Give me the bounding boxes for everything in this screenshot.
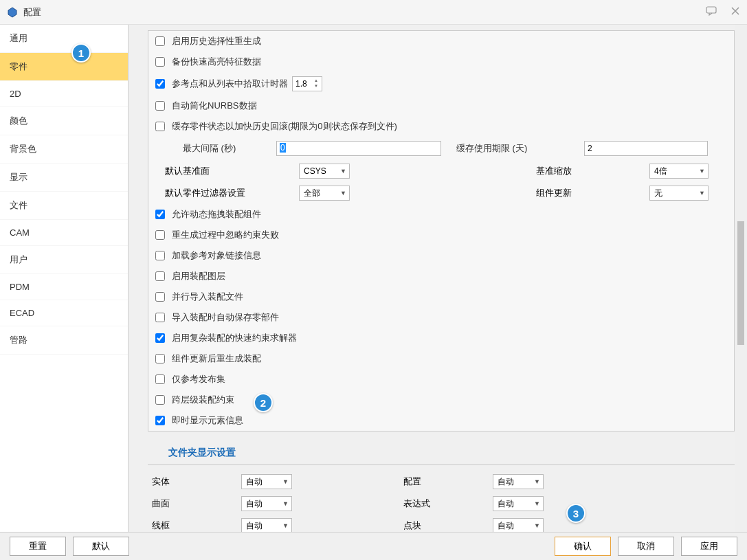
annotation-1: 1 [71,43,91,63]
close-icon[interactable] [731,6,740,18]
sidebar-item-color[interactable]: 颜色 [0,107,128,135]
config-select[interactable]: 自动▼ [493,474,544,489]
cache-state-checkbox[interactable] [155,122,165,131]
sidebar-item-pdm[interactable]: PDM [0,274,128,300]
default-datum-select[interactable]: CSYS▼ [299,164,350,179]
option-label: 跨层级装配约束 [172,394,234,406]
history-regen-checkbox[interactable] [155,36,165,46]
sidebar-item-ecad[interactable]: ECAD [0,300,128,326]
sidebar-item-label: 颜色 [10,115,27,126]
config-label: 配置 [403,475,493,488]
pick-timer-spinner[interactable]: ▲▼ [292,76,322,91]
sidebar-item-label: 2D [10,89,21,99]
option-label: 启用装配图层 [172,270,225,282]
backup-highlight-checkbox[interactable] [155,57,165,67]
cross-level-constraint-checkbox[interactable] [155,395,165,405]
scrollbar-thumb[interactable] [737,221,744,345]
footer: 重置 默认 确认 取消 应用 [0,532,747,560]
sidebar-item-bgcolor[interactable]: 背景色 [0,135,128,164]
sidebar-item-label: CAM [10,227,30,238]
chevron-down-icon: ▼ [340,168,346,175]
chevron-down-icon: ▼ [699,190,705,197]
solid-select[interactable]: 自动▼ [241,474,292,489]
chevron-down-icon: ▼ [534,522,540,529]
load-ref-link-checkbox[interactable] [155,251,165,260]
option-label: 即时显示元素信息 [172,414,243,427]
sidebar-item-cam[interactable]: CAM [0,220,128,246]
option-label: 允许动态拖拽装配组件 [172,208,261,221]
instant-element-info-checkbox[interactable] [155,416,165,425]
option-label: 缓存零件状态以加快历史回滚(期限为0则状态保存到文件) [172,120,397,133]
main-panel: 启用历史选择性重生成 备份快速高亮特征数据 参考点和从列表中拾取计时器 ▲▼ 自… [129,25,747,532]
cache-limit-label: 缓存使用期限 (天) [456,142,580,155]
sidebar-item-label: ECAD [10,308,34,318]
svg-rect-1 [706,7,716,13]
svg-marker-0 [8,8,16,17]
default-button[interactable]: 默认 [73,537,129,556]
sidebar-item-display[interactable]: 显示 [0,164,128,192]
chevron-down-icon: ▼ [534,478,540,485]
expr-select[interactable]: 自动▼ [493,496,544,511]
feedback-icon[interactable] [706,6,717,18]
chevron-down-icon: ▼ [282,522,289,529]
point-label: 点块 [403,519,493,532]
options-box: 启用历史选择性重生成 备份快速高亮特征数据 参考点和从列表中拾取计时器 ▲▼ 自… [148,30,735,432]
max-interval-input[interactable]: 0 [276,141,441,156]
sidebar-item-label: 文件 [10,200,27,210]
sidebar: 通用 零件 2D 颜色 背景色 显示 文件 CAM 用户 PDM ECAD 管路 [0,25,129,532]
fast-solver-checkbox[interactable] [155,333,165,343]
sidebar-item-file[interactable]: 文件 [0,192,128,220]
wire-select[interactable]: 自动▼ [241,518,292,532]
datum-scale-select[interactable]: 4倍▼ [649,164,709,179]
ignore-constraint-checkbox[interactable] [155,230,165,240]
simplify-nurbs-checkbox[interactable] [155,101,165,111]
expr-label: 表达式 [403,497,493,510]
sidebar-item-pipe[interactable]: 管路 [0,326,128,355]
option-label: 导入装配时自动保存零部件 [172,311,279,324]
point-select[interactable]: 自动▼ [493,518,544,532]
default-filter-select[interactable]: 全部▼ [299,186,350,201]
comp-update-label: 组件更新 [536,187,649,199]
surface-select[interactable]: 自动▼ [241,496,292,511]
option-label: 备份快速高亮特征数据 [172,56,261,68]
annotation-3: 3 [566,504,586,523]
wire-label: 线框 [152,519,241,532]
autosave-import-checkbox[interactable] [155,313,165,322]
spinner-arrows-icon[interactable]: ▲▼ [314,78,321,89]
scroll-container[interactable]: 启用历史选择性重生成 备份快速高亮特征数据 参考点和从列表中拾取计时器 ▲▼ 自… [129,25,747,532]
apply-button[interactable]: 应用 [681,537,737,556]
scrollbar-track[interactable] [735,25,747,532]
titlebar: 配置 [0,0,747,25]
comp-update-select[interactable]: 无▼ [649,186,709,201]
chevron-down-icon: ▼ [340,190,346,197]
reset-button[interactable]: 重置 [10,537,66,556]
chevron-down-icon: ▼ [534,500,540,507]
option-label: 组件更新后重生成装配 [172,352,261,365]
option-label: 加载参考对象链接信息 [172,249,261,262]
sidebar-item-part[interactable]: 零件 [0,53,128,81]
sidebar-item-user[interactable]: 用户 [0,246,128,274]
sidebar-item-general[interactable]: 通用 [0,25,128,53]
sidebar-item-label: 零件 [10,61,27,71]
ref-publish-set-checkbox[interactable] [155,374,165,384]
sidebar-item-2d[interactable]: 2D [0,81,128,107]
enable-assy-layer-checkbox[interactable] [155,271,165,281]
cache-limit-input[interactable] [584,141,708,156]
folder-settings: 实体 自动▼ 配置 自动▼ 曲面 自动▼ 表达式 自动▼ 线框 自动▼ 点块 自… [148,465,735,532]
regen-after-update-checkbox[interactable] [155,354,165,363]
option-label: 并行导入装配文件 [172,291,243,303]
pick-timer-checkbox[interactable] [155,79,165,89]
option-label: 仅参考发布集 [172,373,225,385]
datum-scale-label: 基准缩放 [536,165,649,177]
option-label: 启用复杂装配的快速约束求解器 [172,332,297,344]
dynamic-drag-checkbox[interactable] [155,210,165,219]
chevron-down-icon: ▼ [282,478,289,485]
sidebar-item-label: 管路 [10,335,27,345]
sidebar-item-label: PDM [10,282,30,292]
content-area: 通用 零件 2D 颜色 背景色 显示 文件 CAM 用户 PDM ECAD 管路… [0,25,747,532]
cancel-button[interactable]: 取消 [618,537,674,556]
annotation-2: 2 [254,393,273,412]
ok-button[interactable]: 确认 [555,537,611,556]
parallel-import-checkbox[interactable] [155,292,165,302]
solid-label: 实体 [152,475,241,488]
